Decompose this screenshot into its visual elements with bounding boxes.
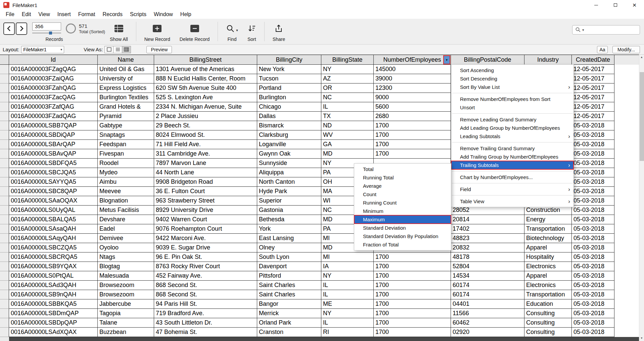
table-cell[interactable]: 05-03-2018 (572, 206, 614, 215)
table-cell[interactable]: 868 Second St. (154, 281, 257, 290)
table-cell[interactable]: 888 N Euclid Hallis Center, Room (154, 74, 257, 83)
table-cell[interactable]: Consulting (524, 328, 572, 337)
table-cell[interactable]: 719 Bradford Ave. (154, 309, 257, 318)
menu-item-field[interactable]: Field› (451, 185, 573, 193)
table-cell[interactable]: Bismarck (257, 121, 321, 130)
table-cell[interactable]: Cranston (257, 328, 321, 337)
table-row[interactable]: 0016A00000LSBCRQA5Ntags96 E. Pin Oak St.… (0, 252, 644, 262)
table-cell[interactable]: 0016A00000LSBC8QAP (9, 187, 98, 196)
table-cell[interactable]: WV (321, 130, 374, 140)
table-cell[interactable]: GA (321, 140, 374, 149)
table-cell[interactable]: 1700 (374, 299, 451, 309)
table-cell[interactable]: Express Logistics (98, 83, 154, 93)
table-cell[interactable]: 0016A00000LSBCJQA5 (9, 168, 98, 177)
table-cell[interactable]: 0016A000003FZadQAG (9, 112, 98, 121)
table-cell[interactable]: 29 Beech St. (154, 121, 257, 130)
table-cell[interactable]: North Canton (257, 177, 321, 187)
table-cell[interactable]: Transportation (524, 290, 572, 299)
table-cell[interactable]: Portland (257, 83, 321, 93)
menubar-item-edit[interactable]: Edit (18, 10, 35, 19)
view-as-form-button[interactable] (104, 46, 113, 53)
table-cell[interactable]: Hyde Park (257, 187, 321, 196)
table-cell[interactable]: 0016A00000LSB9YQAX (9, 262, 98, 271)
table-cell[interactable]: 20832 (451, 243, 524, 252)
quick-find-input[interactable]: ▾ (572, 25, 640, 35)
menu-item-sort-descending[interactable]: Sort Descending (451, 74, 573, 83)
table-cell[interactable]: 52804 (451, 262, 524, 271)
column-header-billingcity[interactable]: BillingCity (257, 55, 321, 65)
table-cell[interactable]: 05-03-2018 (572, 130, 614, 140)
menu-item-sort-ascending[interactable]: Sort Ascending (451, 66, 573, 74)
table-cell[interactable]: 05-03-2018 (572, 281, 614, 290)
column-header-billingstreet[interactable]: BillingStreet (154, 55, 257, 65)
table-cell[interactable]: Dallas (257, 112, 321, 121)
table-cell[interactable]: 05-03-2018 (572, 299, 614, 309)
table-cell[interactable]: 04401 (451, 299, 524, 309)
table-cell[interactable]: Tagopia (98, 309, 154, 318)
menu-item-running-count[interactable]: Running Count (354, 198, 451, 207)
table-row[interactable]: 0016A00000LSAdXQAXBuzzbean47 Bohemia St.… (0, 328, 644, 337)
table-cell[interactable]: 71 Hill Field Ave. (154, 140, 257, 149)
table-cell[interactable]: 0016A00000LSBCZQA5 (9, 243, 98, 252)
table-cell[interactable]: Devshare (98, 215, 154, 224)
table-cell[interactable]: 05-03-2018 (572, 168, 614, 177)
delete-record-button[interactable]: Delete Record (180, 21, 210, 42)
column-menu-button[interactable]: ▼ (444, 56, 450, 64)
table-cell[interactable]: 1700 (374, 130, 451, 140)
table-cell[interactable]: 963 Strawberry Street (154, 196, 257, 206)
table-cell[interactable]: 05-03-2018 (572, 149, 614, 159)
table-cell[interactable]: Metus Facilisis (98, 206, 154, 215)
table-cell[interactable]: Saint Charles (257, 290, 321, 299)
table-cell[interactable]: 60462 (451, 318, 524, 328)
menu-item-average[interactable]: Average (354, 182, 451, 190)
menu-item-standard-deviation-by-population[interactable]: Standard Deviation By Population (354, 232, 451, 240)
table-cell[interactable]: 96 E. Pin Oak St. (154, 252, 257, 262)
table-cell[interactable]: 12-05-2017 (572, 102, 614, 112)
table-cell[interactable]: 1301 Avenue of the Americas (154, 65, 257, 74)
table-cell[interactable]: Grand Hotels & (98, 102, 154, 112)
table-cell[interactable]: Ntags (98, 252, 154, 262)
menu-item-add-leading-group-by-numberofemployees[interactable]: Add Leading Group by NumberOfEmployees (451, 124, 573, 132)
table-cell[interactable]: 05-03-2018 (572, 262, 614, 271)
table-cell[interactable]: Pyramid (98, 112, 154, 121)
find-dropdown-caret-icon[interactable]: ▾ (236, 28, 238, 33)
table-cell[interactable]: ME (321, 299, 374, 309)
table-cell[interactable]: York (257, 224, 321, 234)
table-cell[interactable]: 48823 (451, 234, 524, 243)
table-cell[interactable]: 9422 Marconi Ave. (154, 234, 257, 243)
table-cell[interactable]: 47 Bohemia St. (154, 328, 257, 337)
view-as-list-button[interactable] (113, 46, 122, 53)
table-row[interactable]: 0016A00000LSBCZQA5Oyoloo9039 E. Sugar Dr… (0, 243, 644, 252)
table-cell[interactable]: 9000 (374, 93, 451, 102)
column-header-billingstate[interactable]: BillingState (321, 55, 374, 65)
table-cell[interactable]: Orland Park (257, 318, 321, 328)
table-cell[interactable]: 1700 (374, 328, 451, 337)
menu-item-remove-leading-grand-summary[interactable]: Remove Leading Grand Summary (451, 115, 573, 124)
table-cell[interactable]: 7897 Marvon Lane (154, 159, 257, 168)
show-all-button[interactable]: Show All (110, 21, 128, 42)
table-row[interactable]: 0016A00000LSBDmQAPTagopia719 Bradford Av… (0, 309, 644, 318)
table-cell[interactable]: Demivee (98, 234, 154, 243)
table-cell[interactable]: Browsezoom (98, 290, 154, 299)
table-cell[interactable]: Gwynn Oak (257, 149, 321, 159)
table-row[interactable]: 0016A00000LSAqyQAHDemivee9422 Marconi Av… (0, 234, 644, 243)
record-slider-thumb[interactable] (49, 32, 52, 35)
menu-item-chart-by-numberofemployees[interactable]: Chart by NumberOfEmployees... (451, 173, 573, 181)
table-cell[interactable]: 20814 (451, 215, 524, 224)
table-cell[interactable]: Biotechnology (524, 234, 572, 243)
table-row[interactable]: 0016A00000LSB9nQAHBrowsezoom868 Second S… (0, 290, 644, 299)
table-cell[interactable]: 39000 (374, 74, 451, 83)
table-cell[interactable]: 8763 Rocky River Court (154, 262, 257, 271)
table-cell[interactable]: 05-03-2018 (572, 318, 614, 328)
table-cell[interactable]: Hospitality (524, 252, 572, 262)
table-cell[interactable]: 145000 (374, 65, 451, 74)
table-cell[interactable]: 2 Place Jussieu (154, 112, 257, 121)
table-cell[interactable]: 05-03-2018 (572, 159, 614, 168)
table-row[interactable]: 0016A00000LS0PtQALMalesuada452 Fairway A… (0, 271, 644, 281)
table-cell[interactable]: 0016A00000LSBB7QAP (9, 121, 98, 130)
close-button[interactable]: × (625, 0, 644, 10)
table-cell[interactable]: 05-03-2018 (572, 121, 614, 130)
table-cell[interactable]: Apparel (524, 271, 572, 281)
table-row[interactable]: 0016A00000LSAsaQAHEadel9076 Roehampton C… (0, 224, 644, 234)
table-cell[interactable]: 12300 (374, 83, 451, 93)
